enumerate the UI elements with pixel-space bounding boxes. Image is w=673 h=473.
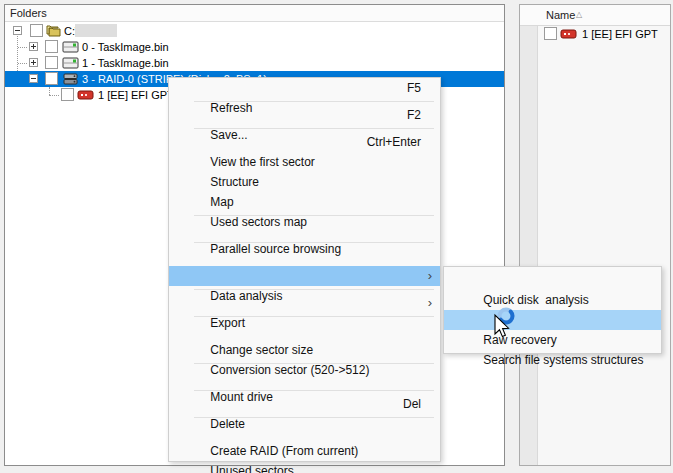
menu-item-label: Search file systems structures xyxy=(483,353,643,367)
disk-image-icon xyxy=(62,41,80,53)
menu-shortcut: Del xyxy=(403,394,421,414)
menu-item-structure[interactable]: Structure xyxy=(169,152,440,172)
menu-separator xyxy=(169,414,440,421)
menu-item-conversion-sector[interactable]: Conversion sector (520->512) xyxy=(169,340,440,360)
partition-red-icon xyxy=(560,28,578,40)
collapse-expander-icon[interactable] xyxy=(13,26,22,35)
menu-item-view-first-sector[interactable]: View the first sector Ctrl+Enter xyxy=(169,132,440,152)
raid-icon xyxy=(62,73,80,85)
tree-checkbox[interactable] xyxy=(30,24,43,37)
collapse-expander-icon[interactable] xyxy=(29,74,38,83)
tree-item-label: 1 [EE] EFI GPT xyxy=(98,87,174,103)
menu-separator xyxy=(169,98,440,105)
tree-row-root-drive[interactable]: C:\ xyxy=(5,23,504,39)
submenu-arrow-icon: › xyxy=(428,266,432,286)
list-checkbox[interactable] xyxy=(544,27,557,40)
files-panel-gutter xyxy=(520,5,538,465)
menu-shortcut: Ctrl+Enter xyxy=(367,132,421,152)
sort-ascending-icon: △ xyxy=(576,5,582,25)
menu-item-save[interactable]: Save... F2 xyxy=(169,105,440,125)
files-list-header[interactable]: Name △ xyxy=(520,5,670,26)
menu-separator xyxy=(169,313,440,320)
expand-expander-icon[interactable] xyxy=(29,58,38,67)
menu-shortcut: F5 xyxy=(407,78,421,98)
folders-panel-header: Folders xyxy=(5,5,504,22)
submenu-arrow-icon: › xyxy=(428,293,432,313)
menu-item-create-raid[interactable]: Create RAID (From current) xyxy=(169,421,440,441)
expand-expander-icon[interactable] xyxy=(29,42,38,51)
list-item-efi-gpt[interactable]: 1 [EE] EFI GPT xyxy=(538,26,670,42)
menu-separator xyxy=(169,125,440,132)
folder-icon xyxy=(46,25,64,37)
partition-red-icon xyxy=(77,89,95,101)
menu-separator xyxy=(169,387,440,394)
busy-cursor-icon xyxy=(486,303,524,347)
tree-row-disk-image-0[interactable]: 0 - TaskImage.bin xyxy=(5,39,504,55)
redacted-text-block xyxy=(75,24,117,37)
tree-checkbox[interactable] xyxy=(45,56,58,69)
menu-item-label: Unused sectors xyxy=(210,464,293,473)
column-header-name[interactable]: Name xyxy=(546,5,575,25)
menu-item-export[interactable]: Export › xyxy=(169,293,440,313)
menu-separator xyxy=(169,212,440,219)
tree-checkbox[interactable] xyxy=(61,88,74,101)
menu-separator xyxy=(169,286,440,293)
context-menu: Refresh F5 Save... F2 View the first sec… xyxy=(168,77,441,462)
submenu-item-grep-search[interactable]: GREP search xyxy=(444,290,661,310)
menu-item-refresh[interactable]: Refresh F5 xyxy=(169,78,440,98)
menu-item-unused-sectors[interactable]: Unused sectors xyxy=(169,441,440,461)
menu-shortcut: F2 xyxy=(407,105,421,125)
tree-row-disk-image-1[interactable]: 1 - TaskImage.bin xyxy=(5,55,504,71)
submenu-item-search-file-systems-structures[interactable]: Search file systems structures xyxy=(444,330,661,350)
files-panel: Name △ 1 [EE] EFI GPT xyxy=(519,4,671,466)
menu-item-delete[interactable]: Delete Del xyxy=(169,394,440,414)
menu-item-parallel-source-browsing[interactable]: Parallel source browsing xyxy=(169,219,440,239)
folders-panel-title: Folders xyxy=(10,7,47,19)
menu-item-mount-drive[interactable]: Mount drive xyxy=(169,367,440,387)
submenu-item-quick-disk-analysis[interactable]: Quick disk analysis xyxy=(444,270,661,290)
menu-separator xyxy=(169,239,440,246)
tree-item-label: 0 - TaskImage.bin xyxy=(82,39,169,55)
menu-item-map[interactable]: Map xyxy=(169,172,440,192)
list-item-label: 1 [EE] EFI GPT xyxy=(582,26,658,42)
menu-item-add-virtual-partition[interactable]: Add virtual partition xyxy=(169,246,440,266)
disk-image-icon xyxy=(62,57,80,69)
menu-item-change-sector-size[interactable]: Change sector size xyxy=(169,320,440,340)
menu-separator xyxy=(169,360,440,367)
tree-checkbox[interactable] xyxy=(45,40,58,53)
menu-item-data-analysis[interactable]: Data analysis › xyxy=(169,266,440,286)
data-analysis-submenu: Quick disk analysis GREP search Raw reco… xyxy=(443,266,662,354)
submenu-item-raw-recovery[interactable]: Raw recovery xyxy=(444,310,661,330)
tree-item-label: 1 - TaskImage.bin xyxy=(82,55,169,71)
tree-checkbox[interactable] xyxy=(45,72,58,85)
menu-item-used-sectors-map[interactable]: Used sectors map xyxy=(169,192,440,212)
